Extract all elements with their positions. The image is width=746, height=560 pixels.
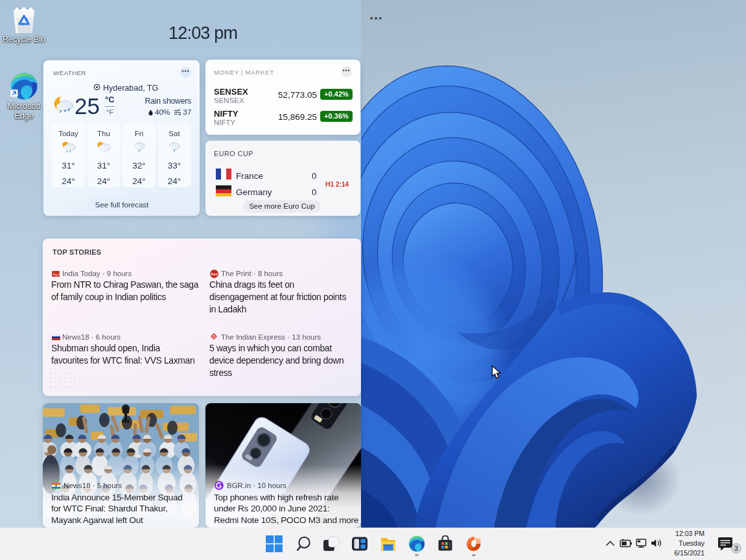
svg-text:3: 3 <box>734 544 738 552</box>
svg-text:Print: Print <box>211 273 218 276</box>
